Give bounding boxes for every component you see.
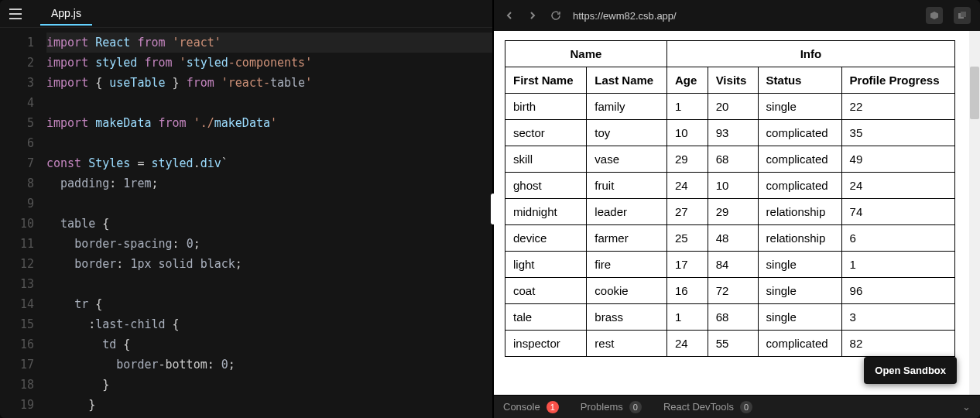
- editor-tabbar: App.js: [0, 0, 492, 28]
- table-cell: single: [758, 94, 841, 120]
- code-line[interactable]: }: [46, 395, 492, 415]
- table-cell: single: [758, 304, 841, 331]
- code-line[interactable]: :last-child {: [46, 314, 492, 334]
- code-line[interactable]: import React from 'react': [46, 33, 492, 53]
- table-row: skillvase2968complicated49: [505, 146, 955, 173]
- preview-scrollbar[interactable]: [969, 31, 980, 395]
- code-area[interactable]: 12345678910111213141516171819 import Rea…: [0, 28, 492, 418]
- table-cell: brass: [587, 304, 667, 331]
- table-cell: 68: [708, 304, 758, 331]
- code-content[interactable]: import React from 'react'import styled f…: [46, 28, 492, 418]
- code-line[interactable]: import { useTable } from 'react-table': [46, 73, 492, 93]
- table-cell: rest: [587, 331, 667, 357]
- code-line[interactable]: border-spacing: 0;: [46, 234, 492, 254]
- devtools-tab[interactable]: Problems0: [581, 401, 642, 413]
- table-cell: 82: [841, 331, 954, 357]
- preview-scrollbar-thumb[interactable]: [970, 67, 979, 119]
- line-number: 8: [0, 173, 34, 194]
- table-row: ghostfruit2410complicated24: [505, 173, 955, 199]
- table-cell: single: [758, 252, 841, 278]
- table-cell: 20: [708, 94, 758, 120]
- code-line[interactable]: border: 1px solid black;: [46, 254, 492, 274]
- code-line[interactable]: [46, 93, 492, 113]
- table-cell: leader: [587, 199, 667, 225]
- line-number: 1: [0, 33, 34, 53]
- code-line[interactable]: import makeData from './makeData': [46, 113, 492, 133]
- table-cell: 35: [841, 120, 954, 146]
- table-cell: relationship: [758, 225, 841, 252]
- table-cell: complicated: [758, 120, 841, 146]
- line-number: 5: [0, 113, 34, 133]
- line-number: 18: [0, 375, 34, 395]
- code-line[interactable]: table {: [46, 214, 492, 234]
- code-line[interactable]: [46, 194, 492, 214]
- open-sandbox-button[interactable]: Open Sandbox: [864, 357, 957, 384]
- devtools-tab-label: Console: [503, 401, 540, 413]
- code-line[interactable]: [46, 274, 492, 294]
- table-cell: vase: [587, 146, 667, 173]
- data-table: Name Info First NameLast NameAgeVisitsSt…: [505, 40, 955, 357]
- code-line[interactable]: border-bottom: 0;: [46, 355, 492, 375]
- table-cell: 22: [841, 94, 954, 120]
- table-cell: 10: [708, 173, 758, 199]
- line-number: 4: [0, 93, 34, 113]
- table-cell: 74: [841, 199, 954, 225]
- table-header-row: First NameLast NameAgeVisitsStatusProfil…: [505, 67, 955, 94]
- table-cell: family: [587, 94, 667, 120]
- line-number: 16: [0, 334, 34, 355]
- codesandbox-icon[interactable]: [926, 7, 943, 24]
- table-cell: complicated: [758, 173, 841, 199]
- table-group-header-row: Name Info: [505, 41, 955, 67]
- table-row: coatcookie1672single96: [505, 278, 955, 304]
- tab-app-js[interactable]: App.js: [40, 2, 92, 26]
- table-cell: 49: [841, 146, 954, 173]
- new-window-icon[interactable]: [954, 7, 971, 24]
- devtools-tab[interactable]: Console1: [503, 401, 559, 413]
- table-row: birthfamily120single22: [505, 94, 955, 120]
- forward-icon[interactable]: [526, 9, 539, 22]
- preview-pane: https://ewm82.csb.app/ Name Info First N…: [494, 0, 980, 418]
- table-row: midnightleader2729relationship74: [505, 199, 955, 225]
- column-header: Last Name: [587, 67, 667, 94]
- table-body: birthfamily120single22sectortoy1093compl…: [505, 94, 955, 357]
- line-number: 10: [0, 214, 34, 234]
- code-line[interactable]: padding: 1rem;: [46, 173, 492, 194]
- table-cell: 27: [666, 199, 708, 225]
- table-cell: 1: [841, 252, 954, 278]
- table-cell: 93: [708, 120, 758, 146]
- address-bar[interactable]: https://ewm82.csb.app/: [573, 10, 915, 22]
- line-number: 3: [0, 73, 34, 93]
- table-cell: 55: [708, 331, 758, 357]
- table-cell: 24: [666, 331, 708, 357]
- code-line[interactable]: tr {: [46, 294, 492, 314]
- devtools-tab[interactable]: React DevTools0: [663, 401, 752, 413]
- browser-bar: https://ewm82.csb.app/: [494, 0, 980, 31]
- table-cell: device: [505, 225, 587, 252]
- code-line[interactable]: const Styles = styled.div`: [46, 153, 492, 173]
- line-number: 13: [0, 274, 34, 294]
- chevron-down-icon[interactable]: ⌄: [962, 401, 971, 413]
- table-cell: birth: [505, 94, 587, 120]
- code-line[interactable]: }: [46, 375, 492, 395]
- table-cell: 25: [666, 225, 708, 252]
- preview-content[interactable]: Name Info First NameLast NameAgeVisitsSt…: [494, 31, 980, 395]
- column-header: Age: [666, 67, 708, 94]
- line-number: 11: [0, 234, 34, 254]
- table-cell: sector: [505, 120, 587, 146]
- devtools-tab-label: Problems: [581, 401, 623, 413]
- table-row: inspectorrest2455complicated82: [505, 331, 955, 357]
- column-header: Status: [758, 67, 841, 94]
- table-cell: 24: [666, 173, 708, 199]
- reload-icon[interactable]: [550, 9, 562, 22]
- code-line[interactable]: td {: [46, 334, 492, 355]
- line-number: 9: [0, 194, 34, 214]
- code-line[interactable]: import styled from 'styled-components': [46, 53, 492, 73]
- code-line[interactable]: [46, 133, 492, 153]
- line-number: 17: [0, 355, 34, 375]
- line-number: 6: [0, 133, 34, 153]
- menu-icon[interactable]: [6, 5, 25, 23]
- line-number: 15: [0, 314, 34, 334]
- table-row: devicefarmer2548relationship6: [505, 225, 955, 252]
- back-icon[interactable]: [503, 9, 516, 22]
- table-cell: coat: [505, 278, 587, 304]
